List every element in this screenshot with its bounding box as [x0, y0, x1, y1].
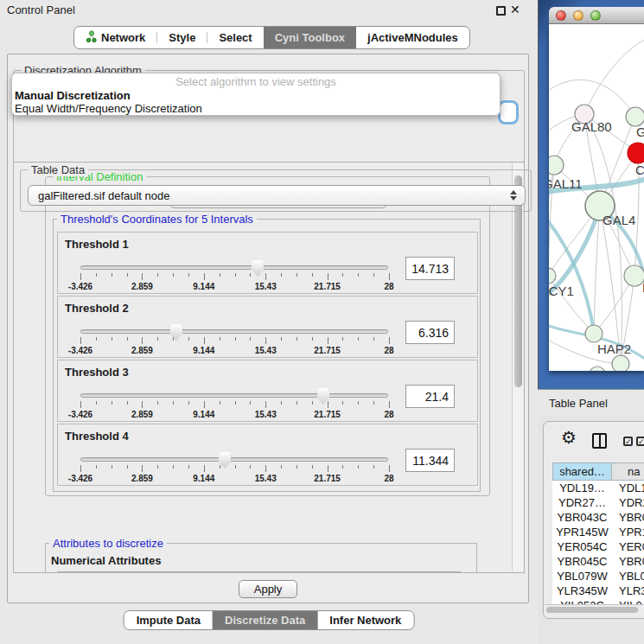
- threshold-1-slider[interactable]: [80, 265, 388, 270]
- algorithm-combobox-focus-ring[interactable]: [498, 100, 519, 124]
- network-node-selected-red[interactable]: [628, 143, 644, 163]
- vertical-scrollbar[interactable]: [512, 163, 523, 571]
- threshold-4-label: Threshold 4: [65, 430, 129, 443]
- scale-label: 21.715: [314, 346, 341, 355]
- node-label-gal80: GAL80: [571, 119, 612, 134]
- float-window-icon[interactable]: [496, 6, 506, 16]
- scale-label: 28: [384, 282, 393, 291]
- column-header-name[interactable]: na: [612, 462, 644, 481]
- table-row[interactable]: YBR043CYBR0: [552, 510, 644, 525]
- cell: YPR1: [612, 525, 644, 539]
- gear-icon[interactable]: ⚙: [561, 427, 577, 448]
- cell: YDR2: [612, 495, 644, 510]
- scrollbar-thumb[interactable]: [546, 607, 638, 613]
- table-row[interactable]: YDR27…YDR2: [552, 495, 644, 510]
- slider-scale-labels: -3.426 2.859 9.144 15.43 21.715 28: [80, 474, 389, 484]
- node-label-partial: C: [635, 163, 644, 177]
- network-node[interactable]: [626, 107, 644, 126]
- scale-label: -3.426: [68, 474, 92, 483]
- table-row[interactable]: YBL079WYBL0: [552, 569, 644, 583]
- column-header-shared[interactable]: shared…: [552, 462, 612, 481]
- horizontal-scrollbar[interactable]: [544, 604, 644, 614]
- network-node-gal11[interactable]: [549, 156, 564, 175]
- dropdown-option-manual-discretization[interactable]: Manual Discretization: [12, 89, 500, 102]
- threshold-2-panel: Threshold 2 -3.426 2.859 9.144 15.43 21.…: [57, 296, 478, 358]
- scale-label: 28: [384, 410, 393, 419]
- cell: YER0: [612, 539, 644, 554]
- threshold-2-slider[interactable]: [80, 329, 388, 334]
- table-panel-title: Table Panel: [549, 397, 608, 410]
- attributes-group-title: Attributes to discretize: [49, 537, 167, 550]
- scale-label: 21.715: [314, 410, 341, 419]
- algorithm-dropdown-popup: Select algorithm to view settings Manual…: [11, 73, 501, 116]
- threshold-1-value-field[interactable]: 14.713: [405, 257, 455, 280]
- minimize-traffic-light-icon[interactable]: [573, 10, 583, 21]
- scale-label: 21.715: [314, 474, 341, 483]
- thresholds-group-title: Threshold's Coordinates for 5 Intervals: [57, 213, 257, 226]
- threshold-4-value-field[interactable]: 11.344: [405, 449, 455, 472]
- table-row[interactable]: YER054CYER0: [552, 539, 644, 554]
- network-node[interactable]: [624, 265, 644, 286]
- cell: YBR043C: [552, 510, 612, 525]
- network-window-titlebar[interactable]: [549, 7, 644, 24]
- settings-scrollpane: Interval Definition Number of Intervals …: [13, 162, 525, 573]
- tab-impute-data[interactable]: Impute Data: [124, 611, 213, 629]
- tab-cyni-toolbox[interactable]: Cyni Toolbox: [264, 27, 356, 48]
- zoom-traffic-light-icon[interactable]: [590, 10, 601, 21]
- table-row[interactable]: YBR045CYBR0: [552, 554, 644, 569]
- table-header-row: shared… na: [552, 462, 644, 481]
- table-row[interactable]: YPR145WYPR1: [552, 525, 644, 539]
- cell: YLR345W: [552, 583, 612, 598]
- cell: YBR0: [612, 510, 644, 525]
- table-data-combobox[interactable]: galFiltered.sif default node: [28, 185, 526, 206]
- control-panel-title: Control Panel: [7, 3, 75, 16]
- network-node-hap2[interactable]: [585, 325, 603, 342]
- split-columns-icon[interactable]: [592, 433, 607, 449]
- checkbox-icon[interactable]: ✓: [636, 437, 644, 446]
- scale-label: 2.859: [131, 282, 153, 291]
- bottom-tabbar: Impute Data Discretize Data Infer Networ…: [124, 610, 415, 630]
- list-item[interactable]: SelfLoops: [58, 572, 460, 573]
- tab-network[interactable]: Network: [74, 27, 156, 48]
- network-node-gcy1[interactable]: [549, 268, 556, 284]
- tab-jactivemnodules[interactable]: jActiveMNodules: [356, 27, 469, 48]
- node-label-gal4: GAL4: [603, 213, 635, 227]
- threshold-3-slider[interactable]: [80, 393, 388, 398]
- control-panel-tabbar: Network Style Select Cyni Toolbox jActiv…: [73, 26, 470, 49]
- table-row[interactable]: YLR345WYLR3: [552, 583, 644, 598]
- close-icon[interactable]: ✕: [510, 3, 520, 16]
- cell: YBR0: [612, 554, 644, 569]
- table-row[interactable]: YIL052CYIL0: [552, 598, 644, 604]
- table-row[interactable]: YDL19…YDL1: [552, 481, 644, 495]
- tab-style[interactable]: Style: [157, 27, 207, 48]
- apply-button[interactable]: Apply: [239, 580, 297, 598]
- dropdown-placeholder: Select algorithm to view settings: [12, 75, 500, 89]
- node-label-hap2: HAP2: [597, 341, 631, 356]
- network-view-canvas[interactable]: GAL80 GA C GAL11 GAL4 GCY1 H HAP2: [549, 24, 644, 371]
- network-node[interactable]: [590, 367, 605, 371]
- threshold-1-label: Threshold 1: [65, 238, 129, 251]
- cell: YER054C: [552, 539, 612, 554]
- threshold-4-slider[interactable]: [80, 457, 388, 462]
- threshold-3-value-field[interactable]: 21.4: [405, 385, 455, 408]
- slider-ticks: [80, 273, 389, 281]
- tab-infer-network[interactable]: Infer Network: [317, 611, 413, 629]
- scale-label: 21.715: [314, 282, 341, 291]
- tab-select[interactable]: Select: [207, 27, 263, 48]
- thresholds-group: Threshold's Coordinates for 5 Intervals …: [53, 219, 481, 492]
- dropdown-option-equal-width-frequency[interactable]: Equal Width/Frequency Discretization: [12, 102, 500, 115]
- table-panel-titlebar: Table Panel: [538, 389, 644, 416]
- scale-label: 9.144: [193, 474, 214, 483]
- tab-discretize-data[interactable]: Discretize Data: [213, 611, 317, 629]
- slider-ticks: [80, 337, 389, 345]
- scale-label: 9.144: [193, 282, 214, 291]
- threshold-2-label: Threshold 2: [65, 302, 129, 315]
- threshold-2-value-field[interactable]: 6.316: [405, 321, 455, 344]
- cell: YDR27…: [552, 495, 612, 510]
- right-column: GAL80 GA C GAL11 GAL4 GCY1 H HAP2 Table …: [538, 0, 644, 644]
- cell: YBR045C: [552, 554, 612, 569]
- close-traffic-light-icon[interactable]: [556, 10, 566, 21]
- tab-select-label: Select: [219, 31, 252, 44]
- checkbox-icon[interactable]: ✓: [623, 437, 633, 446]
- network-node[interactable]: [612, 355, 629, 371]
